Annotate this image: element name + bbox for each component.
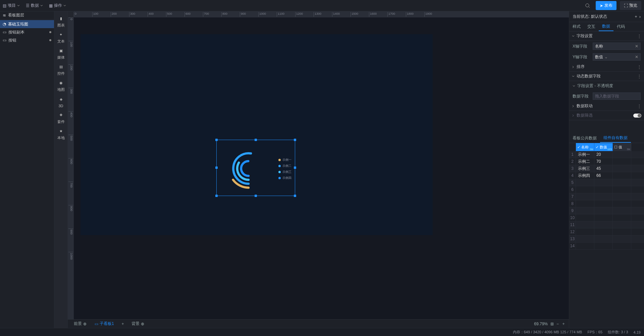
data-cell[interactable] [594,186,613,193]
data-cell[interactable] [613,221,631,228]
zoom-in-button[interactable]: ＋ [561,321,566,327]
data-cell[interactable] [613,243,631,249]
menu-action[interactable]: ▦ 操作 [49,3,66,8]
plus-small-icon[interactable]: ⊕ [141,322,144,326]
data-cell[interactable] [576,221,594,228]
tool-kit-icon[interactable]: ❖套件 [54,110,68,126]
visibility-icon[interactable] [49,39,51,41]
data-row[interactable]: 6 [569,186,644,193]
data-cell[interactable] [594,200,613,207]
data-cell[interactable] [576,214,594,221]
chevron-down-icon[interactable]: ⌄ [604,55,608,59]
tool-local-icon[interactable]: ★本地 [54,126,68,142]
data-row[interactable]: 5 [569,179,644,186]
resize-handle-bl[interactable] [215,195,218,197]
resize-handle-tr[interactable] [294,139,296,141]
menu-data[interactable]: ☰ 数据 [26,3,43,8]
data-cell[interactable] [613,228,631,235]
data-cell[interactable] [594,193,613,200]
data-cell[interactable] [594,228,613,235]
data-cell[interactable] [613,214,631,221]
column-toggle-1[interactable]: ✓ 数值123 [594,143,613,151]
inspector-tab-0[interactable]: 样式 [569,22,584,31]
data-cell[interactable] [613,165,631,172]
data-row[interactable]: 4示例四66 [569,172,644,179]
data-row[interactable]: 2示例二70 [569,158,644,165]
data-cell[interactable]: 示例一 [576,151,594,158]
data-row[interactable]: 3示例三45 [569,165,644,172]
resize-handle-bm[interactable] [255,195,257,197]
data-grid[interactable]: 1示例一202示例二703示例三454示例四66567891011121314 [569,151,644,328]
tool-text-icon[interactable]: ✦文本 [54,29,68,46]
visibility-icon[interactable] [49,31,51,33]
data-row[interactable]: 7 [569,193,644,200]
data-cell[interactable] [576,236,594,242]
data-row[interactable]: 12 [569,228,644,236]
data-cell[interactable]: 45 [594,165,613,172]
canvas-stage[interactable]: 示例一示例二示例三示例四 [74,17,569,328]
resize-handle-tm[interactable] [255,139,257,141]
data-cell[interactable] [576,200,594,207]
section-data-link[interactable]: 数据联动 ⋮ [569,102,644,111]
section-dynamic-fields[interactable]: 动态数据字段 ⋮ [569,72,644,81]
data-cell[interactable]: 70 [594,158,613,165]
selected-widget[interactable]: 示例一示例二示例三示例四 [216,140,295,196]
more-icon[interactable]: ⋮ [637,104,641,109]
data-cell[interactable] [576,186,594,193]
data-cell[interactable] [613,151,631,158]
data-cell[interactable] [576,179,594,186]
data-row[interactable]: 9 [569,207,644,214]
data-cell[interactable] [594,179,613,186]
data-cell[interactable] [576,193,594,200]
add-tab-button[interactable]: ＋ [119,321,126,327]
data-cell[interactable] [594,243,613,249]
data-cell[interactable] [594,214,613,221]
tab-subboard[interactable]: ▭ 子看板1 [92,321,117,327]
data-cell[interactable]: 示例三 [576,165,594,172]
more-icon[interactable]: ⋮ [637,34,641,39]
tool-chart-icon[interactable]: ▮图表 [54,13,68,29]
data-tab-1[interactable]: 组件自有数据 [600,134,631,143]
inspector-tab-2[interactable]: 数据 [599,22,613,31]
datafield-input[interactable]: 拖入数据字段 [593,92,641,100]
tab-background[interactable]: 背景 ⊕ [129,321,147,327]
data-cell[interactable] [613,172,631,179]
data-cell[interactable] [576,228,594,235]
zoom-out-button[interactable]: − [556,322,559,326]
yaxis-field-input[interactable]: 数值 ⌄ ✕ [593,53,641,61]
search-button[interactable] [583,1,592,10]
artboard[interactable]: 示例一示例二示例三示例四 [80,34,433,235]
column-toggle-0[interactable]: ✓ 名称Str [576,143,594,151]
tool-media-icon[interactable]: ▣媒体 [54,46,68,62]
data-cell[interactable] [594,207,613,214]
clear-icon[interactable]: ✕ [635,44,638,49]
data-cell[interactable] [613,179,631,186]
preview-button[interactable]: ⛶ 预览 [620,1,641,10]
more-icon[interactable]: ⋮ [637,65,641,69]
data-cell[interactable]: 示例四 [576,172,594,179]
data-cell[interactable] [576,243,594,249]
data-cell[interactable] [613,158,631,165]
inspector-tab-3[interactable]: 代码 [613,22,628,31]
plus-small-icon[interactable]: ⊕ [83,322,87,326]
data-row[interactable]: 14 [569,243,644,250]
data-tab-0[interactable]: 看板公共数据 [569,134,600,143]
tool-3d-icon[interactable]: ◈3D [54,94,68,110]
data-row[interactable]: 13 [569,236,644,243]
more-icon[interactable]: ⋮ [637,74,641,79]
data-cell[interactable] [613,207,631,214]
resize-handle-ml[interactable] [215,166,218,169]
layer-item[interactable]: ◔基础玉珏图 [0,20,54,28]
inspector-tab-1[interactable]: 交互 [584,22,599,31]
tab-foreground[interactable]: 前景 ⊕ [71,321,89,327]
tool-map-icon[interactable]: ◉地图 [54,78,68,94]
layer-item[interactable]: ▭按钮副本 [0,28,54,36]
section-field-settings[interactable]: 字段设置 ⋮ [569,31,644,41]
fit-icon[interactable]: ⊞ [550,322,554,326]
data-cell[interactable] [613,186,631,193]
column-toggle-2[interactable]: ☐ 值Str [613,143,631,151]
add-state-button[interactable]: ＋ [634,14,638,19]
data-cell[interactable]: 66 [594,172,613,179]
data-cell[interactable] [594,221,613,228]
clear-icon[interactable]: ✕ [635,55,638,59]
